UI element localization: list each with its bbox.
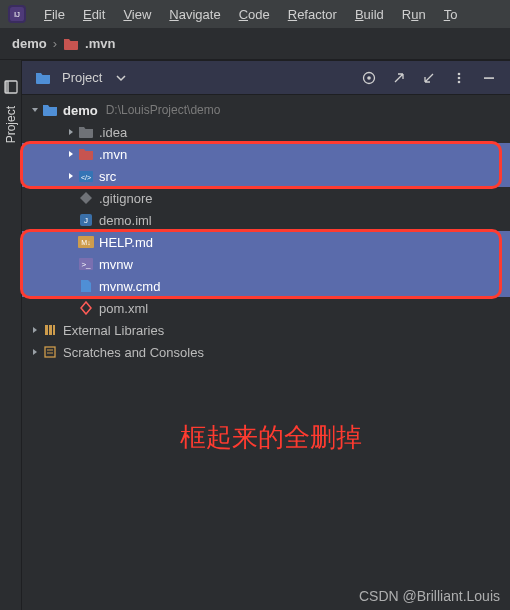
disclosure-arrow[interactable] — [64, 191, 78, 205]
menu-item[interactable]: File — [44, 7, 65, 22]
menu-item[interactable]: Refactor — [288, 7, 337, 22]
svg-text:M↓: M↓ — [81, 239, 90, 246]
file-blue-icon — [78, 279, 94, 293]
panel-title: Project — [62, 70, 102, 85]
tree-item-label: Scratches and Consoles — [63, 345, 204, 360]
svg-point-7 — [458, 76, 461, 79]
breadcrumb-current[interactable]: .mvn — [85, 36, 115, 51]
tree-item-label: .mvn — [99, 147, 127, 162]
menu-item[interactable]: Build — [355, 7, 384, 22]
disclosure-arrow[interactable] — [64, 147, 78, 161]
tree-row[interactable]: .gitignore — [22, 187, 510, 209]
svg-rect-20 — [53, 325, 55, 335]
breadcrumb: demo › .mvn — [0, 28, 510, 60]
tree-item-label: .gitignore — [99, 191, 152, 206]
iml-icon: J — [78, 213, 94, 227]
disclosure-arrow[interactable] — [64, 169, 78, 183]
menu-item[interactable]: Code — [239, 7, 270, 22]
svg-point-5 — [367, 76, 371, 80]
svg-rect-18 — [45, 325, 48, 335]
src-folder-icon: </> — [78, 169, 94, 183]
tree-row[interactable]: Scratches and Consoles — [22, 341, 510, 363]
tree-row[interactable]: M↓HELP.md — [22, 231, 510, 253]
panel-header: Project — [22, 61, 510, 95]
disclosure-arrow[interactable] — [64, 213, 78, 227]
tree-item-label: HELP.md — [99, 235, 153, 250]
disclosure-arrow[interactable] — [64, 279, 78, 293]
breadcrumb-separator: › — [53, 36, 57, 51]
tree-row[interactable]: .idea — [22, 121, 510, 143]
project-tree[interactable]: demoD:\LouisProject\demo.idea.mvn</>src.… — [22, 95, 510, 610]
menu-item[interactable]: View — [123, 7, 151, 22]
tree-row[interactable]: External Libraries — [22, 319, 510, 341]
disclosure-arrow[interactable] — [64, 301, 78, 315]
menu-item[interactable]: Run — [402, 7, 426, 22]
svg-rect-3 — [5, 81, 9, 93]
menu-item[interactable]: Edit — [83, 7, 105, 22]
module-folder-icon — [42, 103, 58, 117]
pom-icon — [78, 301, 94, 315]
libraries-icon — [42, 323, 58, 337]
panel-options-icon[interactable] — [448, 67, 470, 89]
tree-row[interactable]: mvnw.cmd — [22, 275, 510, 297]
svg-text:J: J — [84, 216, 88, 225]
tree-item-hint: D:\LouisProject\demo — [106, 103, 221, 117]
tree-item-label: src — [99, 169, 116, 184]
disclosure-arrow[interactable] — [64, 235, 78, 249]
tree-item-label: .idea — [99, 125, 127, 140]
folder-dark-icon — [78, 125, 94, 139]
hide-panel-icon[interactable] — [478, 67, 500, 89]
svg-rect-21 — [45, 347, 55, 357]
folder-icon — [63, 37, 79, 51]
menu-item[interactable]: To — [444, 7, 458, 22]
svg-point-8 — [458, 80, 461, 83]
tree-row[interactable]: demoD:\LouisProject\demo — [22, 99, 510, 121]
expand-all-icon[interactable] — [388, 67, 410, 89]
tree-row[interactable]: Jdemo.iml — [22, 209, 510, 231]
folder-red-icon — [78, 147, 94, 161]
collapse-all-icon[interactable] — [418, 67, 440, 89]
tree-row[interactable]: >_mvnw — [22, 253, 510, 275]
disclosure-arrow[interactable] — [28, 103, 42, 117]
svg-point-6 — [458, 72, 461, 75]
scratches-icon — [42, 345, 58, 359]
project-panel: Project demoD:\LouisProject\demo.idea.mv — [22, 60, 510, 610]
tree-row[interactable]: </>src — [22, 165, 510, 187]
tree-item-label: pom.xml — [99, 301, 148, 316]
disclosure-arrow[interactable] — [28, 345, 42, 359]
tree-row[interactable]: .mvn — [22, 143, 510, 165]
terminal-icon: >_ — [78, 257, 94, 271]
tool-window-bar: Project — [0, 60, 22, 610]
app-icon: IJ — [8, 5, 26, 23]
disclosure-arrow[interactable] — [64, 125, 78, 139]
tree-row[interactable]: pom.xml — [22, 297, 510, 319]
tree-item-label: demo — [63, 103, 98, 118]
tree-item-label: mvnw — [99, 257, 133, 272]
annotation-text: 框起来的全删掉 — [180, 420, 362, 455]
svg-text:>_: >_ — [81, 260, 91, 269]
disclosure-arrow[interactable] — [64, 257, 78, 271]
watermark: CSDN @Brilliant.Louis — [359, 588, 500, 604]
select-opened-file-icon[interactable] — [358, 67, 380, 89]
tree-item-label: External Libraries — [63, 323, 164, 338]
view-chooser-dropdown[interactable] — [110, 67, 132, 89]
project-tool-icon[interactable] — [4, 80, 18, 94]
menubar: IJ FileEditViewNavigateCodeRefactorBuild… — [0, 0, 510, 28]
tree-item-label: demo.iml — [99, 213, 152, 228]
svg-rect-19 — [49, 325, 52, 335]
svg-text:</>: </> — [81, 174, 91, 181]
menu-item[interactable]: Navigate — [169, 7, 220, 22]
svg-rect-9 — [484, 77, 494, 79]
project-view-icon[interactable] — [32, 67, 54, 89]
gitignore-icon — [78, 191, 94, 205]
project-tool-label[interactable]: Project — [4, 106, 18, 143]
breadcrumb-root[interactable]: demo — [12, 36, 47, 51]
disclosure-arrow[interactable] — [28, 323, 42, 337]
tree-item-label: mvnw.cmd — [99, 279, 160, 294]
svg-text:IJ: IJ — [14, 10, 20, 19]
md-icon: M↓ — [78, 235, 94, 249]
